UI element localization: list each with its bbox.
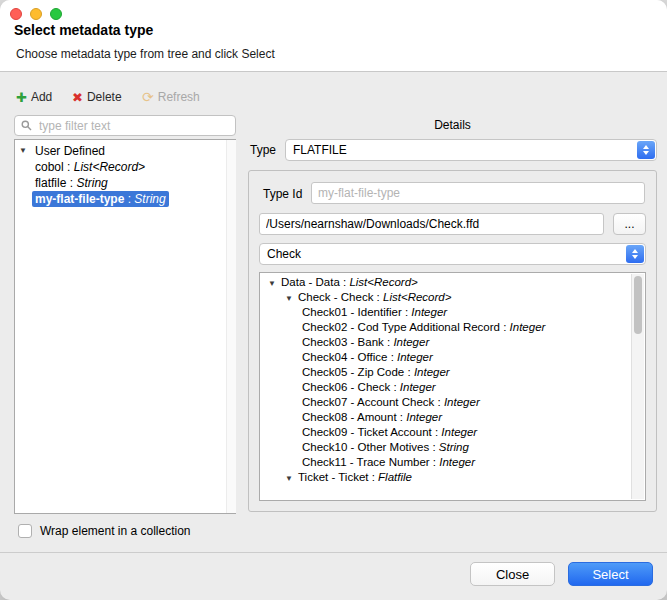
browse-button[interactable]: ... xyxy=(613,213,646,235)
file-path-input[interactable] xyxy=(259,213,604,235)
tree-item-name: my-flat-file-type xyxy=(35,192,124,206)
type-id-label: Type Id xyxy=(263,187,302,201)
type-id-input[interactable] xyxy=(311,182,645,204)
wrap-collection-row: Wrap element in a collection xyxy=(18,524,191,538)
expand-icon[interactable]: ▼ xyxy=(19,143,32,159)
metadata-tree-item[interactable]: cobol : List<Record> xyxy=(15,159,235,175)
schema-item-name: Data - Data xyxy=(281,276,340,288)
type-label: Type xyxy=(250,143,276,157)
expand-icon[interactable]: ▼ xyxy=(285,291,298,306)
scrollbar-thumb[interactable] xyxy=(634,276,642,334)
separator: : xyxy=(390,381,400,393)
schema-tree-item[interactable]: Check06 - Check : Integer xyxy=(260,380,645,395)
schema-tree-item[interactable]: Check02 - Cod Type Additional Record : I… xyxy=(260,320,645,335)
schema-item-type: Integer xyxy=(393,336,429,348)
tree-item-list: cobol : List<Record> flatfile : String m… xyxy=(15,159,235,207)
window-controls xyxy=(10,8,62,20)
tree-item-user-defined[interactable]: ▼ User Defined xyxy=(15,143,235,159)
separator: : xyxy=(64,160,74,174)
metadata-type-tree: ▼ User Defined cobol : List<Record> flat… xyxy=(14,139,236,514)
zoom-window-button[interactable] xyxy=(50,8,62,20)
schema-item-name: Check03 - Bank xyxy=(302,336,384,348)
schema-scrollbar[interactable] xyxy=(631,274,644,499)
expand-icon[interactable]: ▼ xyxy=(268,276,281,291)
schema-tree-item[interactable]: ▼Check - Check : List<Record> xyxy=(260,290,645,305)
refresh-icon: ⟳ xyxy=(142,90,154,104)
schema-item-name: Check11 - Trace Number xyxy=(302,456,430,468)
delete-button-label: Delete xyxy=(87,90,122,104)
schema-item-type: List<Record> xyxy=(383,291,451,303)
schema-item-name: Check04 - Office xyxy=(302,351,387,363)
separator: : xyxy=(430,456,440,468)
separator: : xyxy=(66,176,76,190)
select-metadata-dialog: Select metadata type Choose metadata typ… xyxy=(0,0,667,600)
separator: : xyxy=(373,291,383,303)
record-select-value: Check xyxy=(267,247,301,261)
dialog-header: Select metadata type Choose metadata typ… xyxy=(0,0,667,72)
schema-tree-item[interactable]: ▼Data - Data : List<Record> xyxy=(260,275,645,290)
search-icon xyxy=(21,120,32,131)
schema-item-type: Integer xyxy=(414,366,450,378)
type-select-value: FLATFILE xyxy=(293,143,347,157)
add-button-label: Add xyxy=(31,90,52,104)
left-tree-scrollbar[interactable] xyxy=(226,140,236,513)
tree-root-label: User Defined xyxy=(35,144,105,158)
schema-tree-item[interactable]: Check11 - Trace Number : Integer xyxy=(260,455,645,470)
separator: : xyxy=(384,336,394,348)
schema-tree-item[interactable]: Check07 - Account Check : Integer xyxy=(260,395,645,410)
footer-divider xyxy=(0,552,667,553)
tree-item-type: String xyxy=(134,192,165,206)
schema-item-name: Check09 - Ticket Account xyxy=(302,426,432,438)
schema-tree-item[interactable]: Check08 - Amount : Integer xyxy=(260,410,645,425)
schema-tree-item[interactable]: Check01 - Identifier : Integer xyxy=(260,305,645,320)
add-icon: ✚ xyxy=(16,91,27,104)
schema-item-type: Integer xyxy=(397,351,433,363)
schema-item-name: Check10 - Other Motives xyxy=(302,441,429,453)
dialog-subtitle: Choose metadata type from tree and click… xyxy=(16,47,275,61)
schema-item-name: Check08 - Amount xyxy=(302,411,397,423)
schema-item-type: String xyxy=(439,441,469,453)
schema-row-list: ▼Data - Data : List<Record> ▼Check - Che… xyxy=(260,275,645,485)
filter-input[interactable] xyxy=(37,118,229,134)
filter-box xyxy=(14,115,236,136)
metadata-tree-item[interactable]: flatfile : String xyxy=(15,175,235,191)
schema-tree-item[interactable]: Check04 - Office : Integer xyxy=(260,350,645,365)
schema-item-name: Check06 - Check xyxy=(302,381,390,393)
add-button[interactable]: ✚ Add xyxy=(16,87,52,107)
schema-tree-item[interactable]: ▼Ticket - Ticket : Flatfile xyxy=(260,470,645,485)
wrap-checkbox[interactable] xyxy=(18,524,32,538)
schema-tree-item[interactable]: Check05 - Zip Code : Integer xyxy=(260,365,645,380)
tree-item-name: flatfile xyxy=(35,176,66,190)
schema-item-type: Integer xyxy=(441,426,477,438)
delete-button[interactable]: ✖ Delete xyxy=(72,87,122,107)
separator: : xyxy=(369,471,379,483)
record-select[interactable]: Check xyxy=(259,243,646,265)
separator: : xyxy=(429,441,439,453)
refresh-button: ⟳ Refresh xyxy=(142,87,200,107)
schema-item-name: Check07 - Account Check xyxy=(302,396,434,408)
schema-tree-item[interactable]: Check03 - Bank : Integer xyxy=(260,335,645,350)
separator: : xyxy=(404,366,414,378)
separator: : xyxy=(340,276,350,288)
type-select[interactable]: FLATFILE xyxy=(285,139,657,161)
close-button[interactable]: Close xyxy=(470,562,555,586)
schema-item-name: Check05 - Zip Code xyxy=(302,366,404,378)
close-window-button[interactable] xyxy=(10,8,22,20)
combo-arrows-icon xyxy=(637,141,655,159)
schema-item-name: Check - Check xyxy=(298,291,373,303)
select-button[interactable]: Select xyxy=(568,562,653,586)
schema-item-type: Integer xyxy=(400,381,436,393)
schema-tree-item[interactable]: Check09 - Ticket Account : Integer xyxy=(260,425,645,440)
wrap-checkbox-label: Wrap element in a collection xyxy=(40,524,191,538)
separator: : xyxy=(500,321,510,333)
schema-item-type: Flatfile xyxy=(378,471,412,483)
separator: : xyxy=(434,396,444,408)
schema-item-type: Integer xyxy=(510,321,546,333)
minimize-window-button[interactable] xyxy=(30,8,42,20)
refresh-button-label: Refresh xyxy=(158,90,200,104)
expand-icon[interactable]: ▼ xyxy=(285,471,298,486)
schema-item-type: List<Record> xyxy=(349,276,417,288)
schema-item-name: Check02 - Cod Type Additional Record xyxy=(302,321,500,333)
metadata-tree-item[interactable]: my-flat-file-type : String xyxy=(15,191,235,207)
schema-tree-item[interactable]: Check10 - Other Motives : String xyxy=(260,440,645,455)
